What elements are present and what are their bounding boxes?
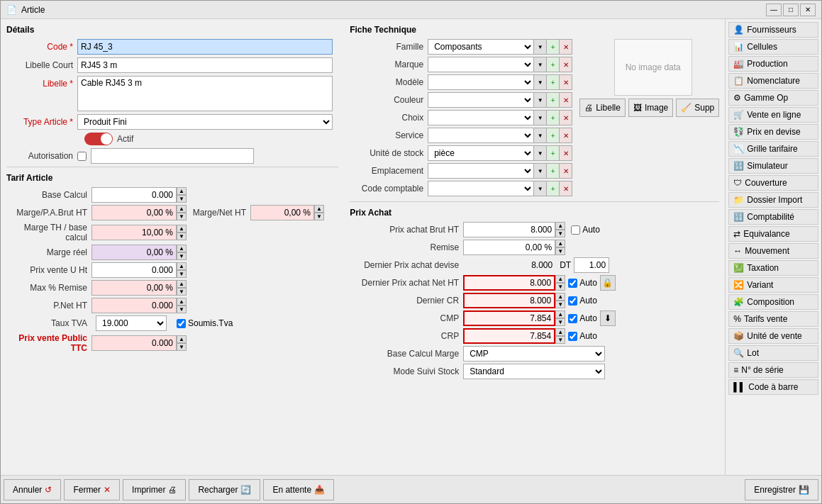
sidebar-comptabilite[interactable]: 🔢 Comptabilité [728, 209, 818, 225]
auto-cmp-checkbox[interactable] [568, 314, 577, 323]
emplacement-add-btn[interactable]: + [547, 163, 560, 179]
emplacement-dropdown-btn[interactable]: ▼ [534, 163, 547, 179]
code-comptable-del-btn[interactable]: ✕ [560, 181, 572, 196]
sidebar-production[interactable]: 🏭 Production [728, 56, 818, 72]
prix-vente-input[interactable] [91, 262, 177, 278]
choix-dropdown-btn[interactable]: ▼ [534, 110, 547, 125]
enregistrer-button[interactable]: Enregistrer 💾 [745, 479, 818, 500]
prix-public-input[interactable] [91, 335, 177, 351]
choix-add-btn[interactable]: + [547, 110, 560, 125]
type-article-select[interactable]: Produit Fini [77, 114, 333, 130]
marge-pa-input[interactable] [91, 205, 177, 220]
imprimer-button[interactable]: Imprimer 🖨 [123, 479, 186, 500]
taux-tva-select[interactable]: 19.000 [96, 315, 167, 331]
couleur-select[interactable] [428, 92, 534, 108]
unite-stock-select[interactable]: pièce [428, 145, 534, 161]
p-net-input[interactable] [91, 298, 177, 313]
auto-cr-checkbox[interactable] [568, 296, 577, 306]
auto-net-checkbox[interactable] [568, 279, 577, 288]
base-calcul-marge-select[interactable]: CMP [463, 346, 605, 362]
auto-brut-checkbox[interactable] [571, 225, 580, 235]
prix-public-down[interactable]: ▼ [177, 343, 187, 351]
marque-dropdown-btn[interactable]: ▼ [534, 57, 547, 72]
code-comptable-add-btn[interactable]: + [547, 181, 560, 196]
service-del-btn[interactable]: ✕ [560, 128, 572, 143]
minimize-button[interactable]: — [766, 4, 782, 16]
sidebar-nomenclature[interactable]: 📋 Nomenclature [728, 73, 818, 89]
p-net-down[interactable]: ▼ [177, 306, 187, 313]
famille-select[interactable]: Composants [428, 39, 534, 55]
marge-reel-up[interactable]: ▲ [177, 245, 187, 252]
sidebar-no-serie[interactable]: ≡ N° de série [728, 362, 818, 378]
marge-reel-down[interactable]: ▼ [177, 252, 187, 260]
libelle-textarea[interactable]: Cable RJ45 3 m [77, 76, 333, 111]
famille-add-btn[interactable]: + [547, 39, 560, 55]
marge-th-up[interactable]: ▲ [177, 225, 187, 233]
code-comptable-select[interactable] [428, 181, 534, 196]
crp-input[interactable] [463, 328, 555, 344]
base-calcul-input[interactable] [91, 187, 177, 203]
code-input[interactable] [77, 39, 333, 55]
max-remise-up[interactable]: ▲ [177, 280, 187, 288]
p-net-up[interactable]: ▲ [177, 298, 187, 306]
crp-up[interactable]: ▲ [555, 328, 565, 336]
dernier-net-down[interactable]: ▼ [555, 283, 565, 291]
service-add-btn[interactable]: + [547, 128, 560, 143]
base-calcul-up[interactable]: ▲ [177, 187, 187, 195]
sidebar-couverture[interactable]: 🛡 Couverture [728, 175, 818, 191]
dt-input[interactable] [574, 257, 609, 273]
prix-vente-down[interactable]: ▼ [177, 270, 187, 278]
prix-brut-up[interactable]: ▲ [555, 222, 565, 230]
choix-del-btn[interactable]: ✕ [560, 110, 572, 125]
unite-stock-del-btn[interactable]: ✕ [560, 145, 572, 161]
sidebar-tarifs-vente[interactable]: % Tarifs vente [728, 311, 818, 327]
supp-button[interactable]: 🧹 Supp [676, 99, 719, 117]
service-select[interactable] [428, 128, 534, 143]
dernier-net-input[interactable] [463, 275, 555, 291]
sidebar-grille-tarifaire[interactable]: 📉 Grille tarifaire [728, 141, 818, 157]
couleur-del-btn[interactable]: ✕ [560, 92, 572, 108]
modele-del-btn[interactable]: ✕ [560, 74, 572, 90]
auto-crp-checkbox[interactable] [568, 332, 577, 341]
actif-toggle[interactable] [84, 133, 113, 145]
soumis-tva-checkbox[interactable] [177, 319, 186, 328]
recharger-button[interactable]: Recharger 🔄 [189, 479, 260, 500]
base-calcul-down[interactable]: ▼ [177, 195, 187, 203]
dernier-devise-input[interactable] [463, 257, 555, 273]
sidebar-variant[interactable]: 🔀 Variant [728, 277, 818, 293]
sidebar-unite-vente[interactable]: 📦 Unité de vente [728, 328, 818, 344]
modele-add-btn[interactable]: + [547, 74, 560, 90]
prix-public-up[interactable]: ▲ [177, 335, 187, 343]
marge-th-input[interactable] [91, 225, 177, 240]
sidebar-lot[interactable]: 🔍 Lot [728, 345, 818, 361]
prix-brut-down[interactable]: ▼ [555, 230, 565, 237]
emplacement-del-btn[interactable]: ✕ [560, 163, 572, 179]
sidebar-taxation[interactable]: 💹 Taxation [728, 260, 818, 276]
autorisation-input[interactable] [91, 148, 254, 164]
sidebar-equivalance[interactable]: ⇄ Equivalance [728, 226, 818, 242]
sidebar-simulateur[interactable]: 🔢 Simulateur [728, 158, 818, 174]
marque-add-btn[interactable]: + [547, 57, 560, 72]
annuler-button[interactable]: Annuler ↺ [4, 479, 61, 500]
dernier-cr-input[interactable] [463, 293, 555, 308]
sidebar-fournisseurs[interactable]: 👤 Fournisseurs [728, 22, 818, 38]
famille-del-btn[interactable]: ✕ [560, 39, 572, 55]
dernier-net-up[interactable]: ▲ [555, 275, 565, 283]
marge-net-up[interactable]: ▲ [314, 205, 324, 213]
sidebar-dossier-import[interactable]: 📁 Dossier Import [728, 192, 818, 208]
lock-net-button[interactable]: 🔒 [600, 275, 616, 291]
close-button[interactable]: ✕ [800, 4, 816, 16]
crp-down[interactable]: ▼ [555, 336, 565, 344]
dernier-cr-up[interactable]: ▲ [555, 293, 565, 301]
marque-del-btn[interactable]: ✕ [560, 57, 572, 72]
max-remise-input[interactable] [91, 280, 177, 296]
service-dropdown-btn[interactable]: ▼ [534, 128, 547, 143]
dernier-cr-down[interactable]: ▼ [555, 301, 565, 308]
en-attente-button[interactable]: En attente 📥 [263, 479, 334, 500]
couleur-add-btn[interactable]: + [547, 92, 560, 108]
sidebar-cellules[interactable]: 📊 Cellules [728, 39, 818, 55]
maximize-button[interactable]: □ [783, 4, 799, 16]
modele-select[interactable] [428, 74, 534, 90]
marque-select[interactable] [428, 57, 534, 72]
remise-up[interactable]: ▲ [555, 240, 565, 247]
